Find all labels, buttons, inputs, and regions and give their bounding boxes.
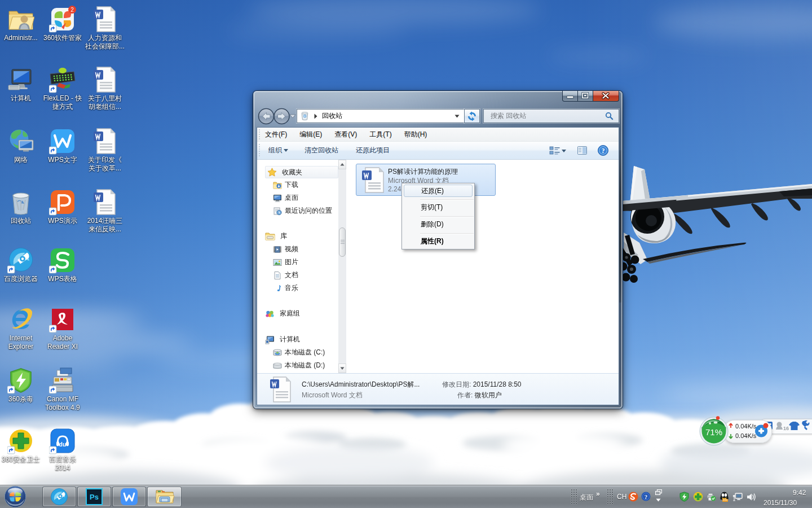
svg-text:?: ? — [602, 147, 605, 154]
svg-text:0.04K/s: 0.04K/s — [735, 423, 757, 430]
svg-text:du: du — [59, 441, 67, 448]
svg-text:Ps: Ps — [90, 493, 99, 501]
svg-text:?: ? — [645, 494, 647, 500]
svg-text:2: 2 — [70, 7, 74, 13]
svg-text:16: 16 — [783, 426, 789, 431]
svg-text:71%: 71% — [705, 427, 722, 437]
svg-text:0.04K/s: 0.04K/s — [735, 432, 757, 439]
